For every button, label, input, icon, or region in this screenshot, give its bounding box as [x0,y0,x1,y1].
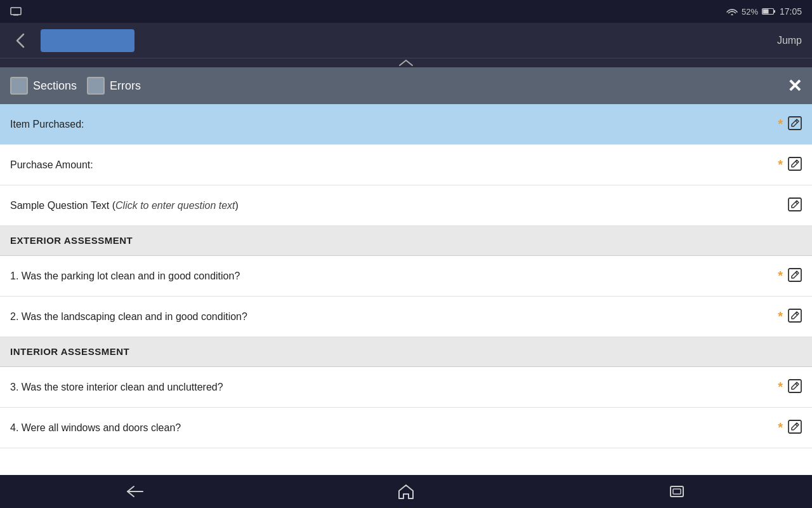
sections-checkbox-item[interactable]: Sections [10,77,77,95]
errors-checkbox-item[interactable]: Errors [87,77,141,95]
svg-rect-1 [13,15,18,16]
home-icon [397,483,415,500]
question-text-q3: 3. Was the store interior clean and uncl… [10,382,778,393]
jump-button[interactable]: Jump [777,35,802,46]
question-text-q1: 1. Was the parking lot clean and in good… [10,271,778,282]
required-asterisk-item-purchased: * [778,117,783,131]
home-nav-button[interactable] [387,479,425,504]
svg-rect-13 [673,489,681,494]
svg-rect-10 [789,380,801,392]
row-actions-item-purchased: * [778,116,802,133]
question-text-q2: 2. Was the landscaping clean and in good… [10,311,778,323]
row-actions-q4: * [778,420,802,436]
edit-icon [788,379,802,393]
status-icons: 52% 17:05 [726,6,802,17]
question-text-sample-question: Sample Question Text (Click to enter que… [10,200,788,211]
errors-checkbox[interactable] [87,77,105,95]
nav-chevron-area [0,58,812,67]
svg-rect-3 [773,10,775,13]
svg-rect-6 [789,157,801,170]
sections-checkbox[interactable] [10,77,28,95]
edit-icon [788,197,802,211]
sections-label: Sections [33,79,77,93]
back-icon [125,484,145,499]
required-asterisk-q4: * [778,420,783,435]
main-content: Item Purchased:* Purchase Amount:* Sampl… [0,104,812,484]
edit-button-item-purchased[interactable] [788,116,802,133]
section-header-exterior-section: EXTERIOR ASSESSMENT [0,226,812,256]
question-row-q1[interactable]: 1. Was the parking lot clean and in good… [0,256,812,297]
edit-button-q3[interactable] [788,379,802,396]
required-asterisk-purchase-amount: * [778,157,783,172]
required-asterisk-q3: * [778,380,783,394]
edit-button-sample-question[interactable] [788,197,802,214]
question-row-item-purchased[interactable]: Item Purchased:* [0,104,812,145]
question-text-purchase-amount: Purchase Amount: [10,159,778,171]
sections-errors-header: Sections Errors ✕ [0,67,812,104]
nav-title-box [41,29,134,52]
section-header-interior-section: INTERIOR ASSESSMENT [0,337,812,367]
question-row-sample-question[interactable]: Sample Question Text (Click to enter que… [0,185,812,226]
question-row-q4[interactable]: 4. Were all windows and doors clean?* [0,408,812,448]
row-actions-q3: * [778,379,802,396]
edit-button-q2[interactable] [788,309,802,325]
svg-rect-5 [789,117,801,130]
edit-icon [788,309,802,323]
question-row-q2[interactable]: 2. Was the landscaping clean and in good… [0,297,812,337]
chevron-up-icon [398,59,414,67]
row-actions-purchase-amount: * [778,157,802,173]
time-display: 17:05 [780,6,802,17]
errors-label: Errors [110,79,141,93]
svg-rect-12 [671,486,683,497]
back-button[interactable] [10,30,30,51]
close-button[interactable]: ✕ [787,76,802,97]
svg-rect-8 [789,269,801,281]
wifi-icon [726,7,738,16]
edit-icon [788,116,802,130]
nav-bar: Jump [0,23,812,58]
question-row-purchase-amount[interactable]: Purchase Amount:* [0,145,812,185]
battery-icon [762,8,776,15]
edit-icon [788,157,802,171]
required-asterisk-q1: * [778,269,783,283]
row-actions-sample-question [788,197,802,214]
edit-icon [788,420,802,434]
row-actions-q2: * [778,309,802,325]
question-row-q3[interactable]: 3. Was the store interior clean and uncl… [0,367,812,408]
row-actions-q1: * [778,268,802,284]
status-bar-left [10,0,23,23]
svg-rect-9 [789,309,801,322]
svg-rect-0 [11,8,21,15]
svg-rect-4 [763,10,768,14]
edit-button-q4[interactable] [788,420,802,436]
bottom-nav [0,475,812,508]
display-icon [10,7,23,16]
svg-rect-7 [789,198,801,211]
required-asterisk-q2: * [778,309,783,324]
edit-icon [788,268,802,282]
recents-icon [668,484,686,499]
status-bar: 52% 17:05 [0,0,812,23]
section-header-text: EXTERIOR ASSESSMENT [10,235,133,246]
recents-nav-button[interactable] [658,479,696,504]
svg-rect-11 [789,420,801,433]
question-text-q4: 4. Were all windows and doors clean? [10,422,778,434]
battery-percent: 52% [742,7,758,17]
back-nav-button[interactable] [116,479,154,504]
section-header-text: INTERIOR ASSESSMENT [10,346,129,357]
question-text-item-purchased: Item Purchased: [10,119,778,130]
edit-button-purchase-amount[interactable] [788,157,802,173]
edit-button-q1[interactable] [788,268,802,284]
